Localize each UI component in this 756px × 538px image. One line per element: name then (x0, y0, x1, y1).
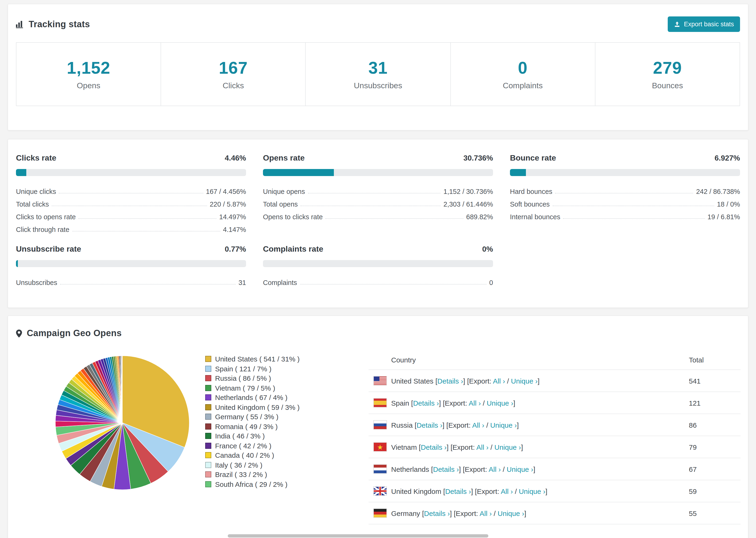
country-total: 86 (689, 421, 740, 429)
export-unique-link[interactable]: Unique › (498, 509, 524, 517)
legend-item: Spain ( 121 / 7% ) (205, 364, 369, 374)
metric-value: 220 / 5.87% (210, 200, 246, 208)
legend-item: United States ( 541 / 31% ) (205, 354, 369, 364)
geo-pie-chart (53, 353, 191, 492)
stat-box-complaints: 0 Complaints (450, 42, 595, 106)
export-all-link[interactable]: All › (476, 443, 489, 451)
export-unique-link[interactable]: Unique › (495, 443, 521, 451)
rate-metric-row: Unsubscribes 31 (16, 274, 246, 286)
export-all-link[interactable]: All › (472, 421, 484, 429)
country-name: Vietnam (391, 443, 417, 451)
horizontal-scrollbar[interactable] (0, 533, 756, 538)
country-header: Country (391, 355, 689, 364)
export-unique-link[interactable]: Unique › (487, 399, 513, 407)
details-link[interactable]: Details › (424, 509, 450, 517)
legend-item: France ( 42 / 2% ) (205, 441, 369, 451)
stat-box-clicks: 167 Clicks (161, 42, 306, 106)
export-unique-link[interactable]: Unique › (507, 465, 533, 473)
dotted-leader (59, 193, 203, 193)
progress-bar-fill (16, 169, 26, 176)
stat-value: 279 (653, 58, 682, 78)
legend-item: Italy ( 36 / 2% ) (205, 460, 369, 470)
legend-swatch (205, 471, 211, 477)
progress-bar-fill (263, 169, 334, 176)
stat-label: Clicks (223, 81, 244, 90)
export-all-link[interactable]: All › (469, 399, 481, 407)
rate-metric-row: Complaints 0 (263, 274, 493, 286)
metric-value: 0 (489, 279, 493, 286)
geo-opens-card: Campaign Geo Opens United States ( 541 /… (8, 315, 748, 538)
legend-item: Vietnam ( 79 / 5% ) (205, 383, 369, 393)
metric-value: 2,303 / 61.446% (444, 200, 493, 208)
geo-table-row: Vietnam [Details ›] [Export: All › / Uni… (369, 436, 740, 458)
legend-swatch (205, 452, 211, 458)
legend-label: United States ( 541 / 31% ) (215, 354, 299, 364)
progress-bar-track (16, 260, 246, 267)
rate-percentage: 0% (482, 245, 493, 253)
export-unique-link[interactable]: Unique › (519, 487, 545, 495)
map-pin-icon (16, 329, 22, 337)
es-flag-icon (369, 398, 391, 407)
export-basic-stats-button[interactable]: Export basic stats (668, 17, 740, 32)
details-link[interactable]: Details › (433, 465, 459, 473)
legend-swatch (205, 356, 211, 362)
dotted-leader (300, 284, 486, 285)
legend-label: South Africa ( 29 / 2% ) (215, 480, 288, 489)
legend-swatch (205, 375, 211, 381)
details-link[interactable]: Details › (416, 421, 442, 429)
legend-item: India ( 46 / 3% ) (205, 431, 369, 441)
stat-label: Opens (77, 81, 100, 90)
metric-label: Clicks to opens rate (16, 213, 76, 221)
dotted-leader (60, 284, 236, 285)
details-link[interactable]: Details › (421, 443, 447, 451)
details-link[interactable]: Details › (413, 399, 439, 407)
legend-label: India ( 46 / 3% ) (215, 431, 265, 441)
rate-metric-row: Clicks to opens rate 14.497% (16, 208, 246, 221)
export-unique-link[interactable]: Unique › (511, 377, 537, 385)
rate-percentage: 4.46% (225, 154, 246, 162)
export-all-link[interactable]: All › (480, 509, 492, 517)
legend-swatch (205, 365, 211, 372)
metric-label: Unique opens (263, 188, 305, 195)
rates-card: Clicks rate 4.46% Unique clicks 167 / 4.… (8, 139, 748, 308)
legend-label: Brazil ( 33 / 2% ) (215, 470, 267, 480)
geo-legend: United States ( 541 / 31% ) Spain ( 121 … (205, 350, 369, 524)
geo-table-row: United Kingdom [Details ›] [Export: All … (369, 480, 740, 502)
dotted-leader (326, 218, 463, 219)
total-header: Total (689, 355, 740, 364)
export-all-link[interactable]: All › (489, 465, 501, 473)
details-link[interactable]: Details › (445, 487, 471, 495)
legend-label: Germany ( 55 / 3% ) (215, 412, 279, 422)
export-unique-link[interactable]: Unique › (490, 421, 517, 429)
de-flag-icon (369, 509, 391, 518)
details-link[interactable]: Details › (437, 377, 463, 385)
progress-bar-fill (510, 169, 526, 176)
metric-value: 689.82% (466, 213, 493, 221)
progress-bar-track (263, 169, 493, 176)
dotted-leader (553, 206, 714, 206)
tracking-stats-header: Tracking stats Export basic stats (8, 4, 748, 40)
geo-table-row: Netherlands [Details ›] [Export: All › /… (369, 458, 740, 480)
rate-block: Unsubscribe rate 0.77% Unsubscribes 31 (16, 244, 246, 286)
rate-block: Complaints rate 0% Complaints 0 (263, 244, 493, 286)
rate-percentage: 30.736% (463, 154, 493, 162)
ru-flag-icon (369, 420, 391, 430)
dotted-leader (72, 231, 220, 232)
country-total: 59 (689, 487, 740, 495)
export-all-link[interactable]: All › (501, 487, 513, 495)
legend-item: Canada ( 40 / 2% ) (205, 451, 369, 460)
stat-label: Unsubscribes (354, 81, 402, 90)
legend-item: Romania ( 49 / 3% ) (205, 422, 369, 431)
rate-metric-row: Unique clicks 167 / 4.456% (16, 183, 246, 195)
stat-box-unsubscribes: 31 Unsubscribes (305, 42, 451, 106)
rate-percentage: 0.77% (225, 245, 246, 253)
legend-item: South Africa ( 29 / 2% ) (205, 480, 369, 489)
country-cell: Germany [Details ›] [Export: All › / Uni… (391, 509, 689, 517)
scrollbar-thumb[interactable] (228, 534, 488, 538)
country-name: Spain (391, 399, 409, 407)
country-name: United States (391, 377, 433, 385)
geo-table-header-row: Country Total (369, 350, 740, 370)
export-all-link[interactable]: All › (493, 377, 505, 385)
metric-label: Total clicks (16, 200, 49, 208)
nl-flag-icon (369, 464, 391, 474)
